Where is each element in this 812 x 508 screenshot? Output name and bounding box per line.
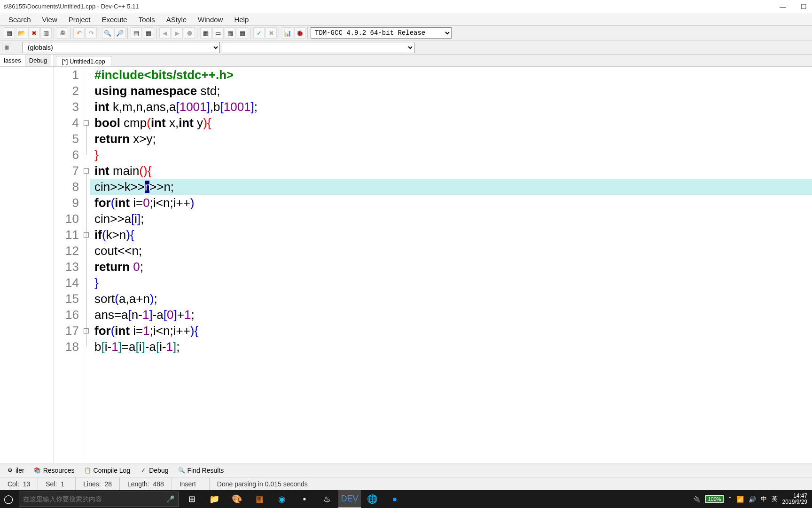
- menu-window[interactable]: Window: [193, 15, 227, 24]
- tray-chevron-icon[interactable]: ˄: [728, 496, 732, 503]
- stop-button[interactable]: ⬣: [184, 27, 195, 39]
- output-tab-resources[interactable]: 📚Resources: [30, 465, 79, 476]
- left-tab-debug[interactable]: Debug: [25, 55, 51, 66]
- run-button[interactable]: ▭: [212, 27, 224, 39]
- system-tray[interactable]: 🔌 100% ˄ 📶 🔊 中 英 14:47 2019/9/29: [688, 493, 812, 505]
- code-line[interactable]: }: [94, 275, 812, 291]
- task-view-button[interactable]: ⊞: [180, 490, 203, 508]
- status-insert-mode: Insert: [172, 477, 210, 490]
- taskbar-app-explorer[interactable]: 📁: [203, 490, 226, 508]
- output-tab-compile-log[interactable]: 📋Compile Log: [80, 465, 135, 476]
- compiler-selector[interactable]: TDM-GCC 4.9.2 64-bit Release: [311, 27, 452, 39]
- fold-gutter[interactable]: ----: [83, 67, 90, 463]
- network-icon[interactable]: 📶: [736, 496, 744, 503]
- code-editor[interactable]: 123456789101112131415161718 ---- #includ…: [54, 67, 812, 463]
- start-button[interactable]: ◯: [0, 491, 17, 508]
- redo-button[interactable]: ↷: [86, 27, 97, 39]
- code-line[interactable]: cout<<n;: [94, 243, 812, 259]
- code-line[interactable]: }: [94, 147, 812, 163]
- clean-button[interactable]: ✖: [265, 27, 277, 39]
- minimize-button[interactable]: —: [778, 2, 788, 11]
- menu-project[interactable]: Project: [64, 15, 95, 24]
- taskbar-app-terminal[interactable]: ▪: [293, 490, 316, 508]
- tab-icon: ⚙: [6, 467, 14, 474]
- undo-button[interactable]: ↶: [73, 27, 85, 39]
- volume-icon[interactable]: 🔊: [749, 496, 756, 503]
- code-line[interactable]: cin>>a[i];: [94, 211, 812, 227]
- profile-button[interactable]: 📊: [282, 27, 293, 39]
- output-tab-find-results[interactable]: 🔍Find Results: [173, 465, 228, 476]
- ime-indicator-1[interactable]: 中: [761, 495, 767, 503]
- members-selector[interactable]: [222, 42, 414, 53]
- compile-run-button[interactable]: ▦: [225, 27, 236, 39]
- taskbar-app-chrome[interactable]: 🌐: [361, 490, 383, 508]
- rebuild-button[interactable]: ▦: [237, 27, 248, 39]
- code-line[interactable]: ans=a[n-1]-a[0]+1;: [94, 307, 812, 323]
- menu-tools[interactable]: Tools: [134, 15, 160, 24]
- left-tab-lasses[interactable]: lasses: [0, 55, 25, 66]
- status-length: Length: 488: [120, 477, 172, 490]
- open-button[interactable]: 📂: [16, 27, 27, 39]
- menu-astyle[interactable]: AStyle: [162, 15, 191, 24]
- code-line[interactable]: b[i-1]=a[i]-a[i-1];: [94, 339, 812, 355]
- maximize-button[interactable]: ☐: [799, 2, 808, 11]
- debug-button[interactable]: 🐞: [294, 27, 305, 39]
- taskbar-search[interactable]: 🎤: [19, 492, 179, 507]
- goto-bookmark-button[interactable]: ▦: [143, 27, 154, 39]
- menu-search[interactable]: Search: [4, 15, 36, 24]
- taskbar-app-2[interactable]: ◉: [271, 490, 293, 508]
- nav-back-button[interactable]: ◀: [159, 27, 171, 39]
- menu-view[interactable]: View: [38, 15, 62, 24]
- editor-tab-untitled1[interactable]: [*] Untitled1.cpp: [56, 56, 111, 66]
- code-line[interactable]: for(int i=1;i<n;i++){: [94, 323, 812, 339]
- output-tab-iler[interactable]: ⚙iler: [2, 465, 29, 476]
- code-line[interactable]: if(k>n){: [94, 227, 812, 243]
- nav-forward-button[interactable]: ▶: [172, 27, 183, 39]
- menu-help[interactable]: Help: [229, 15, 253, 24]
- globals-selector[interactable]: (globals): [23, 42, 220, 53]
- class-browser-button[interactable]: ▥: [2, 43, 11, 52]
- output-tab-debug[interactable]: ✓Debug: [135, 465, 172, 476]
- code-line[interactable]: cin>>k>>m>>n;: [90, 179, 812, 195]
- fold-toggle[interactable]: -: [84, 120, 89, 126]
- close-button[interactable]: ✖: [28, 27, 39, 39]
- taskbar-app-paint[interactable]: 🎨: [226, 490, 248, 508]
- menu-execute[interactable]: Execute: [97, 15, 132, 24]
- print-button[interactable]: 🖶: [57, 27, 68, 39]
- taskbar-search-input[interactable]: [23, 495, 163, 503]
- code-body[interactable]: #include<bits/stdc++.h>using namespace s…: [90, 67, 812, 463]
- code-line[interactable]: return x>y;: [94, 131, 812, 147]
- taskbar-app-3[interactable]: ♨: [316, 490, 338, 508]
- code-line[interactable]: sort(a,a+n);: [94, 291, 812, 307]
- taskbar-app-zoom[interactable]: ●: [383, 490, 406, 508]
- taskbar-app-devcpp[interactable]: DEV: [338, 490, 361, 508]
- mic-icon[interactable]: 🎤: [166, 495, 174, 503]
- replace-button[interactable]: 🔎: [114, 27, 125, 39]
- code-line[interactable]: using namespace std;: [94, 83, 812, 99]
- output-tab-strip: ⚙iler📚Resources📋Compile Log✓Debug🔍Find R…: [0, 463, 812, 477]
- syntax-check-button[interactable]: ✓: [253, 27, 265, 39]
- battery-indicator[interactable]: 100%: [705, 495, 723, 503]
- find-button[interactable]: 🔍: [102, 27, 113, 39]
- toggle-bookmark-button[interactable]: ▤: [131, 27, 142, 39]
- fold-toggle[interactable]: -: [84, 168, 89, 174]
- taskbar-clock[interactable]: 14:47 2019/9/29: [782, 493, 807, 505]
- status-sel: Sel: 1: [38, 477, 76, 490]
- code-line[interactable]: int main(){: [94, 163, 812, 179]
- new-file-button[interactable]: ▦: [4, 27, 15, 39]
- line-number: 15: [54, 291, 79, 307]
- line-number: 1: [54, 67, 79, 83]
- main-area: lassesDebug [*] Untitled1.cpp 1234567891…: [0, 55, 812, 463]
- editor-area: [*] Untitled1.cpp 1234567891011121314151…: [54, 55, 812, 463]
- compile-button[interactable]: ▦: [200, 27, 211, 39]
- code-line[interactable]: bool cmp(int x,int y){: [94, 115, 812, 131]
- tab-icon: 🔍: [178, 467, 185, 474]
- ime-indicator-2[interactable]: 英: [772, 495, 778, 503]
- code-line[interactable]: return 0;: [94, 259, 812, 275]
- code-line[interactable]: #include<bits/stdc++.h>: [94, 67, 812, 83]
- code-line[interactable]: for(int i=0;i<n;i++): [94, 195, 812, 211]
- code-line[interactable]: int k,m,n,ans,a[1001],b[1001];: [94, 99, 812, 115]
- power-icon[interactable]: 🔌: [693, 496, 701, 503]
- taskbar-app-1[interactable]: ▦: [248, 490, 271, 508]
- save-all-button[interactable]: ▥: [40, 27, 52, 39]
